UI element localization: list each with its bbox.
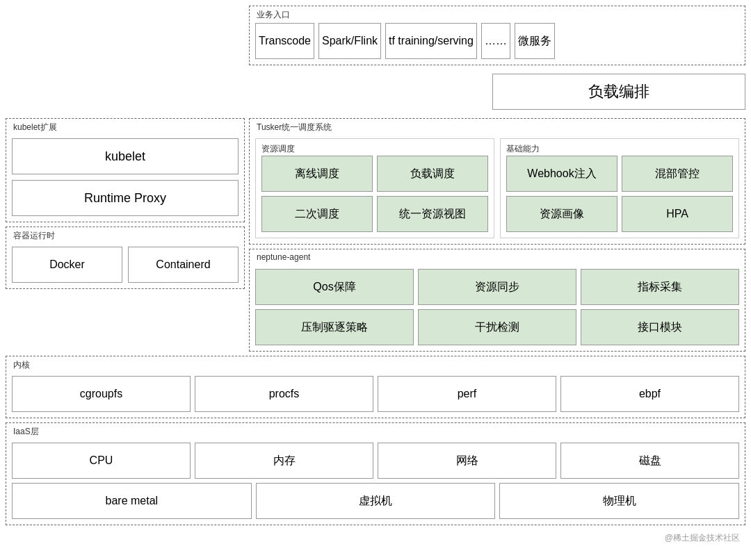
perf-cell: perf [378, 376, 556, 412]
resource-scheduling-label: 资源调度 [261, 143, 295, 155]
left-column: kubelet扩展 kubelet Runtime Proxy 容器运行时 Do… [6, 118, 245, 352]
qos-guarantee: Qos保障 [255, 269, 414, 305]
offline-scheduling: 离线调度 [261, 156, 373, 192]
container-runtime-label: 容器运行时 [12, 230, 56, 242]
middle-area: kubelet扩展 kubelet Runtime Proxy 容器运行时 Do… [6, 118, 745, 352]
load-scheduling: 负载调度 [377, 156, 488, 192]
metric-collection: 指标采集 [581, 269, 739, 305]
interference-detection: 干扰检测 [418, 309, 576, 345]
iaas-row1: CPU 内存 网络 磁盘 [12, 443, 739, 479]
business-cell-spark: Spark/Flink [318, 23, 381, 59]
neptune-label: neptune-agent [255, 252, 312, 262]
webhook-injection: Webhook注入 [506, 156, 617, 192]
basic-capability-grid: Webhook注入 混部管控 资源画像 HPA [506, 156, 733, 232]
business-label: 业务入口 [255, 9, 291, 21]
kernel-label: 内核 [12, 359, 31, 371]
mixed-deployment-control: 混部管控 [622, 156, 733, 192]
container-runtime-section: 容器运行时 Docker Containerd [6, 227, 245, 289]
basic-capability-label: 基础能力 [506, 143, 540, 155]
physical-machine-cell: 物理机 [499, 483, 739, 519]
resource-scheduling-grid: 离线调度 负载调度 二次调度 统一资源视图 [261, 156, 488, 232]
kernel-row: cgroupfs procfs perf ebpf [12, 376, 739, 412]
unified-resource-view: 统一资源视图 [377, 196, 488, 232]
virtual-machine-cell: 虚拟机 [256, 483, 496, 519]
iaas-label: IaaS层 [12, 426, 40, 438]
kubelet-cell: kubelet [12, 138, 239, 174]
basic-capability: 基础能力 Webhook注入 混部管控 资源画像 HPA [500, 138, 739, 238]
procfs-cell: procfs [195, 376, 373, 412]
bare-metal-cell: bare metal [12, 483, 252, 519]
iaas-row2: bare metal 虚拟机 物理机 [12, 483, 739, 519]
right-column: Tusker统一调度系统 资源调度 离线调度 负载调度 二次调度 统一资源视图 [249, 118, 745, 352]
container-runtime-row: Docker Containerd [12, 247, 239, 283]
disk-cell: 磁盘 [560, 443, 739, 479]
memory-cell: 内存 [195, 443, 373, 479]
top-left-spacer [6, 6, 245, 114]
business-cell-dots: …… [481, 23, 510, 59]
interface-module: 接口模块 [581, 309, 739, 345]
business-section: 业务入口 Transcode Spark/Flink tf training/s… [249, 6, 745, 65]
business-cell-transcode: Transcode [255, 23, 314, 59]
ebpf-cell: ebpf [560, 376, 739, 412]
cpu-cell: CPU [12, 443, 191, 479]
resource-sync: 资源同步 [418, 269, 576, 305]
runtime-proxy-cell: Runtime Proxy [12, 180, 239, 216]
neptune-grid: Qos保障 资源同步 指标采集 压制驱逐策略 干扰检测 接口模块 [255, 269, 739, 345]
cgroupfs-cell: cgroupfs [12, 376, 191, 412]
business-cell-microservice: 微服务 [515, 23, 555, 59]
load-label: 负载编排 [588, 81, 649, 102]
resource-portrait: 资源画像 [506, 196, 617, 232]
hpa: HPA [622, 196, 733, 232]
business-row: Transcode Spark/Flink tf training/servin… [255, 23, 739, 59]
suppress-eviction: 压制驱逐策略 [255, 309, 414, 345]
iaas-section: IaaS层 CPU 内存 网络 磁盘 bare metal 虚拟机 物理机 [6, 422, 745, 525]
tusker-inner: 资源调度 离线调度 负载调度 二次调度 统一资源视图 基础能力 Webhook注… [255, 138, 739, 238]
kubelet-section: kubelet扩展 kubelet Runtime Proxy [6, 118, 245, 222]
top-area: 业务入口 Transcode Spark/Flink tf training/s… [6, 6, 745, 114]
top-right-area: 业务入口 Transcode Spark/Flink tf training/s… [249, 6, 745, 114]
secondary-scheduling: 二次调度 [261, 196, 373, 232]
load-section: 负载编排 [492, 74, 745, 110]
tusker-label: Tusker统一调度系统 [255, 122, 333, 133]
resource-scheduling: 资源调度 离线调度 负载调度 二次调度 统一资源视图 [255, 138, 494, 238]
tusker-section: Tusker统一调度系统 资源调度 离线调度 负载调度 二次调度 统一资源视图 [249, 118, 745, 245]
business-cell-tf: tf training/serving [385, 23, 477, 59]
network-cell: 网络 [378, 443, 556, 479]
neptune-section: neptune-agent Qos保障 资源同步 指标采集 压制驱逐策略 干扰检… [249, 249, 745, 352]
watermark: @稀土掘金技术社区 [6, 529, 745, 547]
kubelet-label: kubelet扩展 [12, 122, 58, 133]
docker-cell: Docker [12, 247, 122, 283]
kernel-section: 内核 cgroupfs procfs perf ebpf [6, 356, 745, 418]
containerd-cell: Containerd [128, 247, 239, 283]
main-container: 业务入口 Transcode Spark/Flink tf training/s… [0, 0, 751, 552]
